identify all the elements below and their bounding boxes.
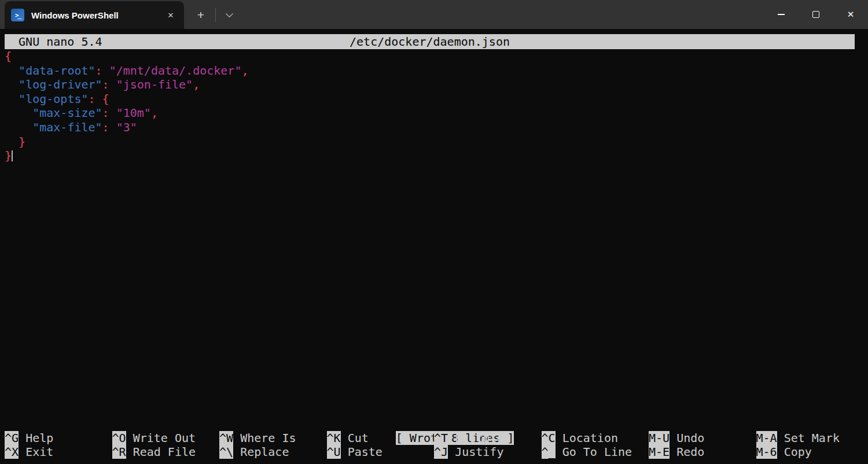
- shortcut-key: ^O: [112, 431, 126, 445]
- editor-line: {: [5, 49, 868, 64]
- minimize-button[interactable]: [764, 0, 799, 29]
- editor-line: "log-driver": "json-file",: [5, 78, 868, 92]
- tab-dropdown-button[interactable]: [219, 5, 239, 25]
- editor-line: "max-file": "3": [5, 120, 868, 135]
- terminal-viewport[interactable]: /etc/docker/daemon.json GNU nano 5.4 { "…: [0, 29, 868, 464]
- nano-title-bar: /etc/docker/daemon.json GNU nano 5.4: [5, 34, 855, 49]
- shortcut-go-to-line: ^_ Go To Line: [542, 445, 649, 459]
- nano-version-label: GNU nano 5.4: [5, 35, 102, 49]
- shortcut-label: Write Out: [126, 431, 196, 445]
- shortcut-write-out: ^O Write Out: [112, 431, 220, 445]
- editor-line: "max-size": "10m",: [5, 106, 868, 120]
- text-cursor: [12, 150, 13, 161]
- shortcut-key: ^W: [219, 431, 233, 445]
- tab-bar-divider: [215, 8, 216, 22]
- shortcut-key: M-6: [756, 445, 777, 459]
- shortcut-key: ^G: [5, 431, 19, 445]
- shortcut-copy: M-6 Copy: [756, 445, 864, 459]
- nano-status-line: [ Wrote 8 lines ]: [5, 417, 863, 431]
- nano-bottom-area: [ Wrote 8 lines ] ^G Help^O Write Out^W …: [5, 417, 863, 459]
- shortcut-where-is: ^W Where Is: [219, 431, 327, 445]
- shortcut-label: Redo: [670, 445, 704, 459]
- shortcut-key: M-A: [756, 431, 777, 445]
- shortcut-key: ^T: [434, 431, 448, 445]
- shortcut-key: ^_: [542, 445, 556, 459]
- close-icon: ✕: [847, 9, 855, 20]
- shortcut-exit: ^X Exit: [5, 445, 112, 459]
- shortcut-key: M-U: [649, 431, 670, 445]
- shortcut-key: M-E: [649, 445, 670, 459]
- shortcut-label: Cut: [341, 431, 369, 445]
- chevron-down-icon: [226, 10, 233, 17]
- editor-lines: { "data-root": "/mnt/data/.docker", "log…: [5, 49, 868, 163]
- shortcut-label: Replace: [233, 445, 289, 459]
- maximize-icon: [812, 11, 819, 18]
- shortcut-paste: ^U Paste: [327, 445, 435, 459]
- shortcut-execute: ^T Execute: [434, 431, 542, 445]
- shortcut-label: Go To Line: [556, 445, 632, 459]
- editor-line: "data-root": "/mnt/data/.docker",: [5, 64, 868, 78]
- shortcut-justify: ^J Justify: [434, 445, 542, 459]
- nano-file-path: /etc/docker/daemon.json: [5, 35, 855, 49]
- new-tab-button[interactable]: +: [191, 5, 211, 25]
- shortcut-undo: M-U Undo: [649, 431, 756, 445]
- editor-line: }: [5, 135, 868, 149]
- shortcut-label: Set Mark: [777, 431, 840, 445]
- tab-title: Windows PowerShell: [31, 10, 162, 20]
- minimize-icon: [778, 14, 785, 15]
- shortcut-label: Execute: [448, 431, 503, 445]
- maximize-button[interactable]: [799, 0, 833, 29]
- tab-close-icon[interactable]: ✕: [162, 6, 179, 24]
- shortcut-label: Location: [556, 431, 618, 445]
- shortcut-key: ^U: [327, 445, 341, 459]
- shortcut-label: Paste: [341, 445, 382, 459]
- shortcut-key: ^C: [542, 431, 556, 445]
- close-button[interactable]: ✕: [833, 0, 868, 29]
- shortcut-key: ^X: [5, 445, 19, 459]
- shortcut-key: ^R: [112, 445, 126, 459]
- tab-windows-powershell[interactable]: >_ Windows PowerShell ✕: [5, 1, 184, 29]
- editor-line: }: [5, 149, 868, 163]
- shortcut-label: Help: [19, 431, 53, 445]
- powershell-icon: >_: [11, 9, 24, 21]
- shortcut-key: ^K: [327, 431, 341, 445]
- shortcut-label: Justify: [448, 445, 503, 459]
- shortcut-help: ^G Help: [5, 431, 112, 445]
- shortcut-label: Copy: [777, 445, 812, 459]
- shortcut-cut: ^K Cut: [327, 431, 435, 445]
- shortcut-label: Read File: [126, 445, 196, 459]
- shortcut-set-mark: M-A Set Mark: [756, 431, 864, 445]
- window-title-bar: >_ Windows PowerShell ✕ + ✕: [0, 0, 868, 29]
- shortcut-redo: M-E Redo: [649, 445, 756, 459]
- editor-line: "log-opts": {: [5, 92, 868, 106]
- shortcut-key: ^\: [219, 445, 233, 459]
- shortcut-rows: ^G Help^O Write Out^W Where Is^K Cut^T E…: [5, 431, 863, 459]
- shortcut-read-file: ^R Read File: [112, 445, 220, 459]
- shortcut-replace: ^\ Replace: [219, 445, 327, 459]
- shortcut-label: Exit: [19, 445, 53, 459]
- shortcut-key: ^J: [434, 445, 448, 459]
- window-controls: ✕: [764, 0, 868, 29]
- shortcut-label: Where Is: [233, 431, 296, 445]
- shortcut-label: Undo: [670, 431, 704, 445]
- shortcut-location: ^C Location: [542, 431, 649, 445]
